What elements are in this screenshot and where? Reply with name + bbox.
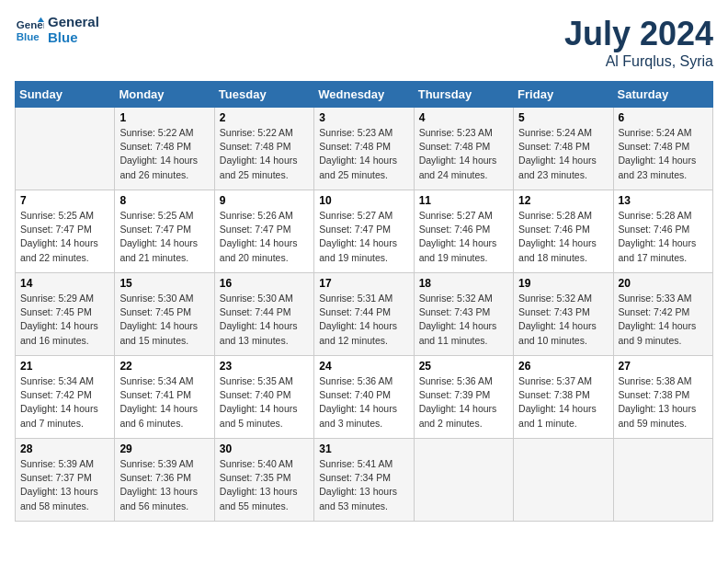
day-number: 25 xyxy=(419,360,508,373)
day-header-thursday: Thursday xyxy=(414,82,513,108)
calendar-cell: 17Sunrise: 5:31 AM Sunset: 7:44 PM Dayli… xyxy=(314,273,414,356)
day-number: 16 xyxy=(220,277,309,290)
calendar-cell xyxy=(514,439,613,522)
day-number: 10 xyxy=(319,194,408,207)
calendar-cell: 11Sunrise: 5:27 AM Sunset: 7:46 PM Dayli… xyxy=(414,190,513,273)
day-info: Sunrise: 5:27 AM Sunset: 7:46 PM Dayligh… xyxy=(419,209,508,265)
day-number: 1 xyxy=(119,111,209,124)
day-header-saturday: Saturday xyxy=(613,82,712,108)
calendar-cell: 19Sunrise: 5:32 AM Sunset: 7:43 PM Dayli… xyxy=(514,273,613,356)
day-number: 31 xyxy=(319,442,408,455)
day-info: Sunrise: 5:28 AM Sunset: 7:46 PM Dayligh… xyxy=(518,209,608,265)
day-number: 30 xyxy=(220,442,309,455)
svg-text:Blue: Blue xyxy=(17,30,40,41)
day-info: Sunrise: 5:26 AM Sunset: 7:47 PM Dayligh… xyxy=(220,209,309,265)
day-info: Sunrise: 5:25 AM Sunset: 7:47 PM Dayligh… xyxy=(20,209,109,265)
calendar-cell: 7Sunrise: 5:25 AM Sunset: 7:47 PM Daylig… xyxy=(16,190,115,273)
calendar-cell: 3Sunrise: 5:23 AM Sunset: 7:48 PM Daylig… xyxy=(314,108,414,190)
days-header-row: SundayMondayTuesdayWednesdayThursdayFrid… xyxy=(16,82,713,108)
day-number: 20 xyxy=(619,277,708,290)
day-info: Sunrise: 5:32 AM Sunset: 7:43 PM Dayligh… xyxy=(419,292,508,348)
day-number: 22 xyxy=(119,360,209,373)
day-info: Sunrise: 5:40 AM Sunset: 7:35 PM Dayligh… xyxy=(220,457,309,513)
day-info: Sunrise: 5:30 AM Sunset: 7:45 PM Dayligh… xyxy=(119,292,209,348)
calendar-cell xyxy=(16,108,115,190)
week-row-1: 1Sunrise: 5:22 AM Sunset: 7:48 PM Daylig… xyxy=(16,108,713,190)
calendar-cell xyxy=(414,439,513,522)
calendar-cell: 26Sunrise: 5:37 AM Sunset: 7:38 PM Dayli… xyxy=(514,356,613,439)
day-info: Sunrise: 5:23 AM Sunset: 7:48 PM Dayligh… xyxy=(419,126,508,182)
title-block: July 2024 Al Furqlus, Syria xyxy=(564,15,713,70)
calendar-cell: 5Sunrise: 5:24 AM Sunset: 7:48 PM Daylig… xyxy=(514,108,613,190)
logo: General Blue General Blue xyxy=(15,15,99,45)
day-header-tuesday: Tuesday xyxy=(214,82,313,108)
day-header-friday: Friday xyxy=(514,82,613,108)
logo-general: General xyxy=(48,15,99,30)
calendar-cell: 27Sunrise: 5:38 AM Sunset: 7:38 PM Dayli… xyxy=(613,356,712,439)
calendar-cell: 1Sunrise: 5:22 AM Sunset: 7:48 PM Daylig… xyxy=(115,108,214,190)
calendar-cell: 2Sunrise: 5:22 AM Sunset: 7:48 PM Daylig… xyxy=(214,108,313,190)
calendar-cell: 16Sunrise: 5:30 AM Sunset: 7:44 PM Dayli… xyxy=(214,273,313,356)
day-number: 28 xyxy=(20,442,109,455)
location: Al Furqlus, Syria xyxy=(564,53,713,70)
day-info: Sunrise: 5:36 AM Sunset: 7:40 PM Dayligh… xyxy=(319,374,408,431)
day-number: 27 xyxy=(619,360,708,373)
day-info: Sunrise: 5:34 AM Sunset: 7:42 PM Dayligh… xyxy=(20,374,109,431)
calendar-cell: 4Sunrise: 5:23 AM Sunset: 7:48 PM Daylig… xyxy=(414,108,513,190)
week-row-4: 21Sunrise: 5:34 AM Sunset: 7:42 PM Dayli… xyxy=(16,356,713,439)
calendar-cell: 8Sunrise: 5:25 AM Sunset: 7:47 PM Daylig… xyxy=(115,190,214,273)
calendar-cell: 18Sunrise: 5:32 AM Sunset: 7:43 PM Dayli… xyxy=(414,273,513,356)
day-info: Sunrise: 5:22 AM Sunset: 7:48 PM Dayligh… xyxy=(220,126,309,182)
calendar-cell: 25Sunrise: 5:36 AM Sunset: 7:39 PM Dayli… xyxy=(414,356,513,439)
logo-icon: General Blue xyxy=(15,16,44,45)
day-number: 29 xyxy=(119,442,209,455)
calendar-table: SundayMondayTuesdayWednesdayThursdayFrid… xyxy=(15,81,713,522)
day-number: 24 xyxy=(319,360,408,373)
day-info: Sunrise: 5:22 AM Sunset: 7:48 PM Dayligh… xyxy=(119,126,209,182)
calendar-cell: 20Sunrise: 5:33 AM Sunset: 7:42 PM Dayli… xyxy=(613,273,712,356)
day-info: Sunrise: 5:29 AM Sunset: 7:45 PM Dayligh… xyxy=(20,292,109,348)
day-info: Sunrise: 5:33 AM Sunset: 7:42 PM Dayligh… xyxy=(619,292,708,348)
day-number: 18 xyxy=(419,277,508,290)
logo-blue: Blue xyxy=(48,30,99,46)
day-number: 23 xyxy=(220,360,309,373)
page-header: General Blue General Blue July 2024 Al F… xyxy=(15,15,713,70)
day-number: 17 xyxy=(319,277,408,290)
day-info: Sunrise: 5:39 AM Sunset: 7:37 PM Dayligh… xyxy=(20,457,109,513)
day-info: Sunrise: 5:31 AM Sunset: 7:44 PM Dayligh… xyxy=(319,292,408,348)
calendar-cell: 15Sunrise: 5:30 AM Sunset: 7:45 PM Dayli… xyxy=(115,273,214,356)
day-number: 15 xyxy=(119,277,209,290)
day-number: 21 xyxy=(20,360,109,373)
day-number: 5 xyxy=(518,111,608,124)
day-number: 19 xyxy=(518,277,608,290)
calendar-cell: 31Sunrise: 5:41 AM Sunset: 7:34 PM Dayli… xyxy=(314,439,414,522)
calendar-cell: 13Sunrise: 5:28 AM Sunset: 7:46 PM Dayli… xyxy=(613,190,712,273)
day-number: 8 xyxy=(119,194,209,207)
day-number: 7 xyxy=(20,194,109,207)
day-number: 9 xyxy=(220,194,309,207)
calendar-cell: 23Sunrise: 5:35 AM Sunset: 7:40 PM Dayli… xyxy=(214,356,313,439)
day-number: 11 xyxy=(419,194,508,207)
day-info: Sunrise: 5:36 AM Sunset: 7:39 PM Dayligh… xyxy=(419,374,508,431)
calendar-cell: 24Sunrise: 5:36 AM Sunset: 7:40 PM Dayli… xyxy=(314,356,414,439)
day-info: Sunrise: 5:41 AM Sunset: 7:34 PM Dayligh… xyxy=(319,457,408,513)
calendar-cell: 22Sunrise: 5:34 AM Sunset: 7:41 PM Dayli… xyxy=(115,356,214,439)
day-info: Sunrise: 5:27 AM Sunset: 7:47 PM Dayligh… xyxy=(319,209,408,265)
day-info: Sunrise: 5:28 AM Sunset: 7:46 PM Dayligh… xyxy=(619,209,708,265)
calendar-cell: 21Sunrise: 5:34 AM Sunset: 7:42 PM Dayli… xyxy=(16,356,115,439)
month-title: July 2024 xyxy=(564,15,713,53)
calendar-cell: 10Sunrise: 5:27 AM Sunset: 7:47 PM Dayli… xyxy=(314,190,414,273)
day-number: 12 xyxy=(518,194,608,207)
day-header-wednesday: Wednesday xyxy=(314,82,414,108)
day-header-sunday: Sunday xyxy=(16,82,115,108)
calendar-cell: 9Sunrise: 5:26 AM Sunset: 7:47 PM Daylig… xyxy=(214,190,313,273)
day-info: Sunrise: 5:30 AM Sunset: 7:44 PM Dayligh… xyxy=(220,292,309,348)
day-number: 2 xyxy=(220,111,309,124)
calendar-cell: 28Sunrise: 5:39 AM Sunset: 7:37 PM Dayli… xyxy=(16,439,115,522)
week-row-3: 14Sunrise: 5:29 AM Sunset: 7:45 PM Dayli… xyxy=(16,273,713,356)
week-row-5: 28Sunrise: 5:39 AM Sunset: 7:37 PM Dayli… xyxy=(16,439,713,522)
day-number: 13 xyxy=(619,194,708,207)
day-number: 4 xyxy=(419,111,508,124)
week-row-2: 7Sunrise: 5:25 AM Sunset: 7:47 PM Daylig… xyxy=(16,190,713,273)
day-info: Sunrise: 5:24 AM Sunset: 7:48 PM Dayligh… xyxy=(518,126,608,182)
